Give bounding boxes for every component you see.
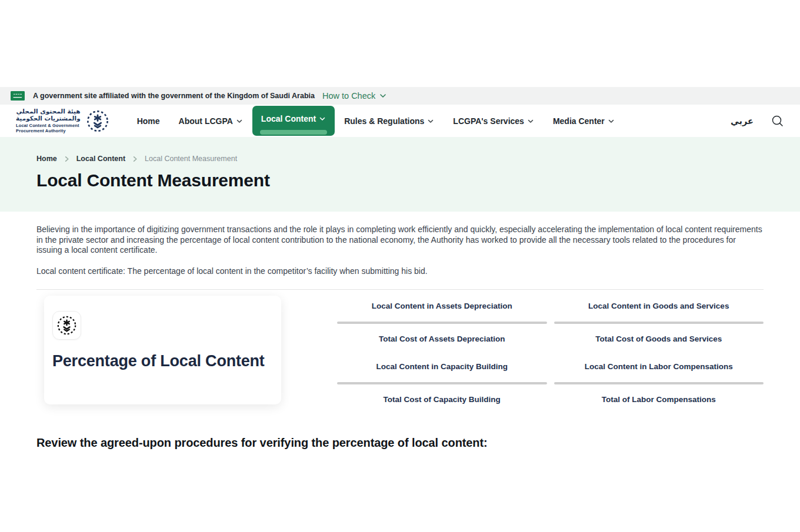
hero-section: Home Local Content Local Content Measure… bbox=[0, 137, 800, 212]
nav-item-about-lcgpa[interactable]: About LCGPA bbox=[169, 105, 252, 137]
active-tab-indicator bbox=[260, 130, 327, 135]
logo-english-line2: Procurement Authority bbox=[16, 129, 66, 134]
formula-numerator: Local Content in Capacity Building bbox=[337, 362, 547, 372]
chevron-right-icon bbox=[132, 156, 138, 162]
chevron-down-icon bbox=[427, 118, 434, 125]
formula-denominator: Total Cost of Capacity Building bbox=[337, 395, 547, 404]
chevron-down-icon bbox=[379, 92, 386, 99]
nav-item-label: Local Content bbox=[261, 114, 316, 123]
breadcrumb: Home Local Content Local Content Measure… bbox=[36, 137, 764, 163]
chevron-down-icon bbox=[319, 115, 326, 122]
nav-item-lcgpa-services[interactable]: LCGPA's Services bbox=[444, 105, 544, 137]
nav-item-label: Home bbox=[137, 116, 160, 126]
nav-item-label: Rules & Regulations bbox=[344, 116, 424, 126]
chevron-down-icon bbox=[608, 118, 615, 125]
card-title: Percentage of Local Content bbox=[52, 352, 272, 370]
government-affiliation-text: A government site affiliated with the go… bbox=[33, 92, 315, 100]
chevron-down-icon bbox=[236, 118, 243, 125]
fraction-bar bbox=[554, 322, 764, 324]
formula-denominator: Total Cost of Goods and Services bbox=[554, 334, 764, 344]
how-to-check-label: How to Check bbox=[322, 91, 375, 101]
language-switch-arabic[interactable]: عربي bbox=[731, 116, 754, 126]
breadcrumb-current: Local Content Measurement bbox=[145, 155, 237, 163]
chevron-down-icon bbox=[527, 118, 534, 125]
how-to-check-link[interactable]: How to Check bbox=[322, 91, 386, 101]
fraction-bar bbox=[554, 382, 764, 384]
logo-arabic-line1: هيئة المحتوى المحلي bbox=[16, 108, 80, 115]
logo-arabic-line2: والمشتريات الحكومية bbox=[16, 115, 81, 122]
fraction-bar bbox=[337, 322, 547, 324]
site-container: A government site affiliated with the go… bbox=[0, 87, 800, 450]
saudi-flag-icon bbox=[11, 91, 25, 101]
formulas-grid: Local Content in Assets Depreciation Tot… bbox=[337, 296, 764, 404]
measurement-row: Percentage of Local Content Local Conten… bbox=[36, 290, 764, 404]
main-content: Believing in the importance of digitizin… bbox=[0, 225, 800, 450]
lcgpa-emblem-icon bbox=[85, 109, 110, 133]
formula-numerator: Local Content in Labor Compensations bbox=[554, 362, 764, 372]
formula-labor-compensations: Local Content in Labor Compensations Tot… bbox=[554, 362, 764, 404]
intro-paragraph: Believing in the importance of digitizin… bbox=[36, 225, 764, 256]
page-title: Local Content Measurement bbox=[36, 170, 764, 190]
government-banner: A government site affiliated with the go… bbox=[0, 87, 800, 105]
formula-assets-depreciation: Local Content in Assets Depreciation Tot… bbox=[337, 302, 547, 344]
nav-item-label: About LCGPA bbox=[179, 116, 233, 126]
main-menu: Home About LCGPA Local Content Rules & R… bbox=[128, 105, 624, 137]
nav-item-label: LCGPA's Services bbox=[453, 116, 524, 126]
breadcrumb-home[interactable]: Home bbox=[36, 155, 57, 163]
nav-item-home[interactable]: Home bbox=[128, 105, 169, 137]
fraction-bar bbox=[337, 382, 547, 384]
formula-denominator: Total of Labor Compensations bbox=[554, 395, 764, 404]
main-navbar: هيئة المحتوى المحلي والمشتريات الحكومية … bbox=[0, 105, 800, 137]
formula-denominator: Total Cost of Assets Depreciation bbox=[337, 334, 547, 344]
formula-capacity-building: Local Content in Capacity Building Total… bbox=[337, 362, 547, 404]
certificate-definition-paragraph: Local content certificate: The percentag… bbox=[36, 266, 764, 277]
search-icon[interactable] bbox=[771, 115, 784, 128]
percentage-card: Percentage of Local Content bbox=[44, 296, 281, 404]
formula-goods-services: Local Content in Goods and Services Tota… bbox=[554, 302, 764, 344]
formula-numerator: Local Content in Assets Depreciation bbox=[337, 302, 547, 311]
review-heading: Review the agreed-upon procedures for ve… bbox=[36, 436, 764, 450]
lcgpa-logo-text: هيئة المحتوى المحلي والمشتريات الحكومية … bbox=[16, 108, 81, 133]
navbar-right: عربي bbox=[731, 115, 784, 128]
lcgpa-emblem-icon bbox=[52, 311, 81, 340]
chevron-right-icon bbox=[64, 156, 70, 162]
nav-item-rules-regulations[interactable]: Rules & Regulations bbox=[335, 105, 444, 137]
nav-item-media-center[interactable]: Media Center bbox=[544, 105, 624, 137]
lcgpa-logo[interactable]: هيئة المحتوى المحلي والمشتريات الحكومية … bbox=[16, 108, 110, 133]
page: A government site affiliated with the go… bbox=[0, 0, 800, 532]
nav-item-local-content[interactable]: Local Content bbox=[252, 106, 335, 136]
formula-numerator: Local Content in Goods and Services bbox=[554, 302, 764, 311]
breadcrumb-local-content[interactable]: Local Content bbox=[76, 155, 125, 163]
nav-item-label: Media Center bbox=[553, 116, 605, 126]
